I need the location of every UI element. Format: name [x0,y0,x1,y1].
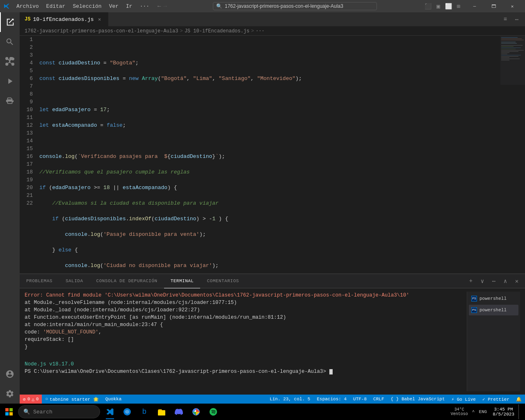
close-button[interactable]: ✕ [503,0,522,12]
taskbar-chrome[interactable] [188,404,204,420]
svg-rect-24 [158,411,165,415]
taskbar-search-bar[interactable]: 🔍 Search [18,405,100,418]
terminal-instance-2[interactable]: PS powershell [469,305,518,315]
status-prettier[interactable]: ✓ Prettier [479,395,513,404]
breadcrumb-root[interactable]: 1762-javascript-primeros-pasos-con-el-le… [25,28,178,34]
tray-lang[interactable]: ENG [477,404,488,419]
taskbar-spotify[interactable] [205,404,221,420]
status-spaces[interactable]: Espacios: 4 [313,395,350,404]
terminal-code-line: code: 'MODULE_NOT_FOUND', [25,329,463,336]
panel-tab-problems[interactable]: PROBLEMAS [20,274,59,288]
menu-ver[interactable]: Ver [106,2,122,10]
code-content[interactable]: const ciudadDestino = "Bogota"; const ci… [36,36,496,274]
layout-button-4[interactable]: ⊞ [455,3,462,10]
breadcrumb-file[interactable]: JS 10-ifEncadenados.js [185,28,249,34]
activity-settings[interactable] [0,384,20,404]
prettier-text: ✓ Prettier [482,397,509,402]
code-line-7 [39,137,493,145]
terminal-menu-button[interactable]: ∨ [477,276,487,286]
code-line-5: let edadPasajero = 17; [39,106,493,114]
editor-area: JS 10-ifEncadenados.js ✕ ≡ ⋯ 1762-javasc… [20,12,525,404]
code-line-2: const ciudadDestino = "Bogota"; [39,59,493,67]
code-editor[interactable]: 123456 789101112 131415161718 19202122 c… [20,36,525,274]
status-notifications[interactable]: 🔔 [513,395,525,404]
activity-extensions[interactable] [0,91,20,111]
status-encoding[interactable]: UTF-8 [350,395,370,404]
panel-actions: + ∨ ⋯ ∧ ✕ [466,276,525,286]
code-line-10: if (edadPasajero >= 18 || estaAcompanado… [39,184,493,192]
nav-back-button[interactable]: ← [158,3,161,9]
tray-icons[interactable]: ^ [470,404,477,419]
tray-show-desktop[interactable] [518,404,520,419]
menu-archivo[interactable]: Archivo [13,2,42,10]
taskbar-vscode[interactable] [102,404,118,420]
svg-rect-12 [501,52,509,53]
code-line-1 [39,43,493,51]
minimize-button[interactable]: — [465,0,484,12]
layout-button-1[interactable]: ⬛ [423,3,433,10]
svg-rect-9 [501,49,516,49]
tab-label: 10-ifEncadenados.js [33,16,94,23]
panel-tab-salida[interactable]: SALIDA [59,274,90,288]
window-controls: — 🗖 ✕ [465,0,522,12]
activity-account[interactable] [0,364,20,384]
tab-close-button[interactable]: ✕ [96,16,103,23]
panel-close-button[interactable]: ✕ [512,276,522,286]
new-terminal-button[interactable]: + [466,276,476,286]
terminal-content: Error: Cannot find module 'C:\Users\wilm… [20,288,525,395]
panel-tab-comments[interactable]: COMENTARIOS [200,274,245,288]
panel-more-button[interactable]: ⋯ [489,276,499,286]
menu-seleccion[interactable]: Selección [69,2,105,10]
code-line-4 [39,90,493,98]
menu-more[interactable]: ··· [137,2,153,10]
title-center: 🔍 [170,2,420,10]
status-quokka[interactable]: Quokka [102,395,125,404]
terminal-instance-1[interactable]: PS powershell [469,293,518,304]
status-errors[interactable]: ⊘ 0 △ 0 [20,395,42,404]
layout-button-3[interactable]: ⬜ [443,3,454,10]
breadcrumb: 1762-javascript-primeros-pasos-con-el-le… [20,27,525,36]
activity-search[interactable] [0,32,20,52]
error-icon: ⊘ [23,397,26,402]
tabnine-label: tabnine starter 🌟 [50,397,99,402]
status-tabnine[interactable]: ○ tabnine starter 🌟 [42,395,102,404]
breadcrumb-sep-2: > [251,28,254,34]
panel-tab-terminal[interactable]: TERMINAL [164,274,201,288]
taskbar-explorer[interactable] [153,404,170,420]
split-editor-button[interactable]: ≡ [500,14,510,24]
terminal-main[interactable]: Error: Cannot find module 'C:\Users\wilm… [25,292,463,391]
start-button[interactable] [2,404,16,419]
more-actions-button[interactable]: ⋯ [512,14,522,24]
taskbar-bing[interactable]: b [136,404,153,420]
tab-file[interactable]: JS 10-ifEncadenados.js ✕ [20,12,108,27]
title-search-input[interactable] [213,2,377,10]
status-position[interactable]: Lín. 23, col. 5 [266,395,313,404]
svg-rect-10 [501,50,524,50]
activity-source-control[interactable] [0,52,20,71]
tray-weather[interactable]: 34°C Ventoso [449,404,470,419]
terminal-stack-4: at node:internal/main/run_main_module:23… [25,321,463,329]
taskbar-edge[interactable] [119,404,135,420]
status-language[interactable]: { } Babel JavaScript [387,395,448,404]
status-right: Lín. 23, col. 5 Espacios: 4 UTF-8 CRLF {… [266,395,525,404]
activity-explorer[interactable] [0,12,20,32]
maximize-button[interactable]: 🗖 [484,0,503,12]
panel-tab-debug[interactable]: CONSOLA DE DEPURACIÓN [90,274,164,288]
menu-editar[interactable]: Editar [43,2,69,10]
taskbar-discord[interactable] [171,404,187,420]
svg-rect-3 [501,40,524,40]
warning-icon: △ [32,397,34,402]
breadcrumb-more[interactable]: ··· [256,28,265,34]
status-go-live[interactable]: ⚡ Go Live [448,395,479,404]
terminal-node-version: Node.js v18.17.0 [25,361,463,368]
activity-run[interactable] [0,71,20,91]
status-line-ending[interactable]: CRLF [370,395,387,404]
nav-forward-button[interactable]: → [163,3,167,9]
taskbar-search-icon: 🔍 [23,409,30,415]
menu-ir[interactable]: Ir [123,2,136,10]
layout-button-2[interactable]: ▣ [435,3,441,10]
panel-maximize-button[interactable]: ∧ [500,276,510,286]
terminal-empty-line [25,353,463,361]
svg-rect-19 [5,408,9,411]
tray-clock[interactable]: 3:45 PM 8/5/2023 [489,407,518,417]
